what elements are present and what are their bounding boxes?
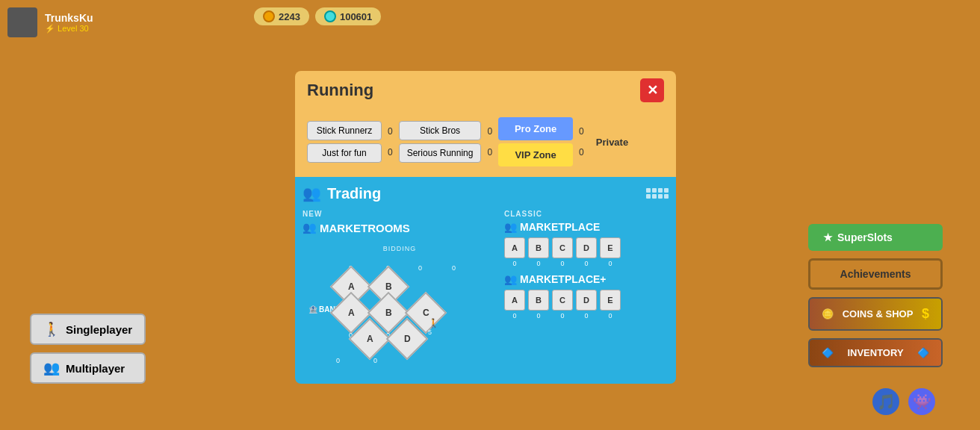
classic-section: CLASSIC 👥 MARKETPLACE A B C D E 0 0 0 xyxy=(504,210,669,376)
superslots-label: SuperSlots xyxy=(837,231,893,243)
bidding-count-right: 0 xyxy=(452,264,456,272)
username: TrunksKu xyxy=(45,12,93,24)
discord-button[interactable]: 👾 xyxy=(908,388,935,415)
mp-count-a2: 0 xyxy=(504,312,525,320)
mp-slot-c2[interactable]: C xyxy=(552,290,573,311)
mp-count-d1: 0 xyxy=(576,260,597,267)
trading-people-icon: 👥 xyxy=(303,184,321,202)
mp-slot-b2[interactable]: B xyxy=(528,290,549,311)
pro-zone-button[interactable]: Pro Zone xyxy=(498,117,573,140)
serious-running-button[interactable]: Serious Running xyxy=(399,143,482,163)
coins-shop-label: COINS & SHOP xyxy=(843,308,914,320)
diamond-layout: 0 0 0 0 A B 🏦 BANK xyxy=(303,257,497,376)
bidding-label: BIDDING xyxy=(383,245,417,252)
run-group-2: Stick Bros Serious Running xyxy=(399,121,482,163)
marketplace-header: 👥 MARKETPLACE xyxy=(504,221,669,233)
sidebar-left: 🚶 Singleplayer 👥 Multiplayer xyxy=(30,314,146,384)
count-top-2: 0 xyxy=(487,126,492,137)
just-for-fun-button[interactable]: Just for fun xyxy=(307,143,382,163)
coins-shop-button[interactable]: 🪙 COINS & SHOP $ xyxy=(808,297,943,331)
mp-counts-2: 0 0 0 0 0 xyxy=(504,312,669,320)
separator-col-1: 0 0 xyxy=(385,126,396,158)
bidding-c-count: 0 xyxy=(418,264,422,272)
mp-count-b2: 0 xyxy=(528,312,549,320)
achievements-button[interactable]: Achievements xyxy=(808,258,943,290)
stick-bros-button[interactable]: Stick Bros xyxy=(399,121,482,140)
mp-slot-c1[interactable]: C xyxy=(552,237,573,258)
bottom-icons: 🎵 👾 xyxy=(872,388,935,415)
trading-header: 👥 Trading xyxy=(303,184,669,202)
trading-panel: 👥 Trading NEW 👥 MARKETROOMS BIDDING xyxy=(295,177,676,384)
dollar-icon: $ xyxy=(922,306,929,322)
count-top-1: 0 xyxy=(388,126,393,137)
singleplayer-label: Singleplayer xyxy=(66,323,132,336)
superslots-button[interactable]: ★ SuperSlots xyxy=(808,224,943,251)
count-bot-2: 0 xyxy=(487,147,492,158)
singleplayer-button[interactable]: 🚶 Singleplayer xyxy=(30,314,146,345)
top-bar: TrunksKu ⚡ Level 30 xyxy=(7,7,93,37)
grid-icon xyxy=(646,188,669,199)
gem-pill: 100601 xyxy=(315,7,381,25)
separator-col-3: 0 0 xyxy=(576,126,587,158)
bank-icon: 🏦 xyxy=(308,305,317,314)
run-group-zones: Pro Zone VIP Zone xyxy=(498,117,573,166)
people-icon-small: 👥 xyxy=(303,221,317,234)
trading-title: 👥 Trading xyxy=(303,184,381,202)
mp-count-d2: 0 xyxy=(576,312,597,320)
mp-count-e2: 0 xyxy=(600,312,621,320)
coin-shop-icon: 🪙 xyxy=(822,308,834,320)
count-top-3: 0 xyxy=(579,126,584,137)
new-label: NEW xyxy=(303,210,497,218)
user-info: TrunksKu ⚡ Level 30 xyxy=(45,12,93,34)
mp-counts-1: 0 0 0 0 0 xyxy=(504,260,669,267)
inventory-icon-right: 🔷 xyxy=(917,347,929,358)
inventory-button[interactable]: 🔷 INVENTORY 🔷 xyxy=(808,338,943,367)
multiplayer-button[interactable]: 👥 Multiplayer xyxy=(30,352,146,384)
inventory-icon-left: 🔷 xyxy=(822,347,834,358)
count-bot-3: 0 xyxy=(579,147,584,158)
running-options: Stick Runnerz Just for fun 0 0 Stick Bro… xyxy=(295,110,676,177)
private-label: Private xyxy=(596,137,628,148)
vip-zone-button[interactable]: VIP Zone xyxy=(498,143,573,166)
discord-icon: 👾 xyxy=(913,393,931,411)
classic-label: CLASSIC xyxy=(504,210,669,218)
marketrooms-label: MARKETROOMS xyxy=(320,222,410,234)
trading-content: NEW 👥 MARKETROOMS BIDDING 0 0 0 0 xyxy=(303,210,669,376)
avatar xyxy=(7,7,37,37)
modal-overlay: Running ✕ Stick Runnerz Just for fun 0 0… xyxy=(295,71,676,384)
figure-count: 5 xyxy=(428,328,432,336)
close-button[interactable]: ✕ xyxy=(640,78,664,102)
mp-slot-d2[interactable]: D xyxy=(576,290,597,311)
multiplayer-label: Multiplayer xyxy=(66,362,125,375)
mp-slots-1: A B C D E xyxy=(504,237,669,258)
achievements-label: Achievements xyxy=(840,268,911,280)
coin-icon xyxy=(263,10,275,22)
gem-amount: 100601 xyxy=(340,11,372,22)
d1-count: 0 xyxy=(373,357,377,364)
mp-people-icon: 👥 xyxy=(504,221,517,233)
music-button[interactable]: 🎵 xyxy=(872,388,899,415)
marketplace-title: MARKETPLACE xyxy=(520,221,600,233)
run-group-1: Stick Runnerz Just for fun xyxy=(307,121,382,163)
mp-plus-people-icon: 👥 xyxy=(504,273,517,285)
marketrooms-title: 👥 MARKETROOMS xyxy=(303,221,497,234)
mp-slot-b1[interactable]: B xyxy=(528,237,549,258)
a3-count: 0 xyxy=(336,357,340,364)
sidebar-right: ★ SuperSlots Achievements 🪙 COINS & SHOP… xyxy=(808,224,943,367)
mp-slot-a1[interactable]: A xyxy=(504,237,525,258)
mp-count-a1: 0 xyxy=(504,260,525,267)
stick-figure-icon: 🚶 xyxy=(43,321,60,337)
mp-count-e1: 0 xyxy=(600,260,621,267)
separator-col-2: 0 0 xyxy=(484,126,495,158)
mp-count-c1: 0 xyxy=(552,260,573,267)
mp-slot-a2[interactable]: A xyxy=(504,290,525,311)
gem-icon xyxy=(324,10,336,22)
multi-figure-icon: 👥 xyxy=(43,360,60,376)
stick-runnerz-button[interactable]: Stick Runnerz xyxy=(307,121,382,140)
mp-slot-d1[interactable]: D xyxy=(576,237,597,258)
inventory-label: INVENTORY xyxy=(847,347,903,358)
gold-amount: 2243 xyxy=(279,11,300,22)
mp-slot-e2[interactable]: E xyxy=(600,290,621,311)
mp-count-b1: 0 xyxy=(528,260,549,267)
mp-slot-e1[interactable]: E xyxy=(600,237,621,258)
